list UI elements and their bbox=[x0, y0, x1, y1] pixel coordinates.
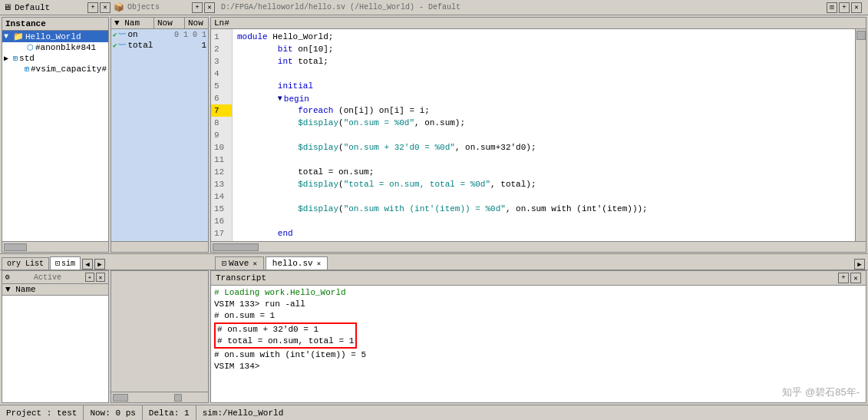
code-line-13: $display("total = on.sum, total = %0d", … bbox=[237, 178, 850, 190]
main-window: 🖥 Default + ✕ 📦 Objects + ✕ D:/FPGA/hell… bbox=[0, 0, 868, 420]
transcript-min[interactable]: + bbox=[838, 273, 849, 283]
left-tab-btn1[interactable]: ◀ bbox=[82, 259, 93, 270]
ln-12: 12 bbox=[211, 166, 232, 178]
col-extra[interactable]: Now bbox=[185, 18, 208, 28]
scroll-thumb[interactable] bbox=[4, 243, 27, 251]
ln-7: 7 bbox=[211, 104, 232, 117]
ln-16: 16 bbox=[211, 215, 232, 227]
mid-scroll-thumb2[interactable] bbox=[174, 394, 182, 402]
ln-10: 10 bbox=[211, 141, 232, 154]
expand-icon: ▼ bbox=[4, 32, 13, 41]
active-controls: + ✕ bbox=[85, 273, 105, 282]
transcript-line-8: VSIM 134> bbox=[214, 361, 863, 372]
code-area[interactable]: module Hello_World; bit on[10]; int tota… bbox=[233, 29, 855, 241]
transcript-content[interactable]: # Loading work.Hello_World VSIM 133> run… bbox=[211, 286, 866, 402]
ed-close-btn[interactable]: ✕ bbox=[851, 2, 862, 13]
ln-4: 4 bbox=[211, 68, 232, 80]
transcript-close[interactable]: ✕ bbox=[850, 273, 861, 283]
scroll-right-btn[interactable]: ▶ bbox=[854, 259, 865, 270]
wave-tab-icon: ⊡ bbox=[222, 259, 226, 268]
objects-content: ✔ 〰 on 0 1 0 1 ✔ 〰 total 1 bbox=[111, 29, 208, 241]
bottom-middle-panel bbox=[111, 270, 209, 403]
obj-scrollbar[interactable] bbox=[111, 241, 208, 252]
active-add[interactable]: + bbox=[85, 273, 94, 282]
active-titlebar: ⚙ Active + ✕ bbox=[2, 271, 108, 284]
tree-item-anonblk[interactable]: ⬡ #anonblk#841 bbox=[2, 42, 108, 53]
bottom-left-panel: ⚙ Active + ✕ ▼ Name bbox=[2, 270, 109, 403]
wave-icon-on: 〰 bbox=[118, 30, 126, 39]
hellosv-close-icon[interactable]: ✕ bbox=[317, 260, 321, 268]
editor-vscroll[interactable] bbox=[855, 29, 866, 241]
col-name[interactable]: ▼ Nam bbox=[111, 18, 154, 28]
instance-tree[interactable]: ▼ 📁 Hello_World ⬡ #anonblk#841 ▶ ⊞ s bbox=[2, 31, 108, 241]
obj-close-btn[interactable]: ✕ bbox=[204, 2, 215, 13]
mid-scroll-thumb[interactable] bbox=[113, 394, 128, 402]
wave-icon-total: 〰 bbox=[118, 41, 126, 50]
code-line-14 bbox=[237, 190, 850, 203]
transcript-panel: Transcript + ✕ # Loading work.Hello_Worl… bbox=[210, 270, 866, 403]
code-line-9 bbox=[237, 129, 850, 141]
ln-6: 6 bbox=[211, 92, 232, 104]
transcript-line-1: # Loading work.Hello_World bbox=[214, 287, 863, 299]
code-line-2: bit on[10]; bbox=[237, 43, 850, 55]
tree-item-helloworld[interactable]: ▼ 📁 Hello_World bbox=[2, 31, 108, 42]
ln-9: 9 bbox=[211, 129, 232, 141]
ln-14: 14 bbox=[211, 190, 232, 203]
tab-hellosv[interactable]: hello.sv ✕ bbox=[266, 256, 328, 270]
transcript-highlight-box: # on.sum + 32'd0 = 1 # total = on.sum, t… bbox=[214, 322, 357, 349]
code-line-17: end bbox=[237, 227, 850, 240]
middle-content bbox=[111, 271, 208, 392]
sim-icon: ⊡ bbox=[55, 259, 60, 268]
tree-label-std: std bbox=[19, 54, 35, 63]
check-icon-on: ✔ bbox=[113, 31, 117, 39]
instance-header: Instance bbox=[2, 18, 108, 31]
status-project: Project : test bbox=[0, 405, 84, 420]
tab-wave[interactable]: ⊡ Wave ✕ bbox=[215, 256, 264, 270]
transcript-line-3: # on.sum = 1 bbox=[214, 310, 863, 322]
col-now[interactable]: Now bbox=[154, 18, 185, 28]
watermark: 知乎 @碧石85年- bbox=[782, 385, 860, 399]
tree-item-vsim[interactable]: ⊞ #vsim_capacity# bbox=[2, 64, 108, 74]
ln-2: 2 bbox=[211, 43, 232, 55]
left-tabs: ory List ⊡ sim ◀ ▶ bbox=[2, 254, 109, 270]
ln-15: 15 bbox=[211, 203, 232, 215]
instance-scrollbar[interactable] bbox=[2, 241, 108, 252]
obj-name-total: total bbox=[127, 41, 198, 50]
expand-marker: ▼ bbox=[278, 93, 282, 105]
ln-8: 8 bbox=[211, 117, 232, 129]
objects-col-header: ▼ Nam Now Now bbox=[111, 18, 208, 29]
code-line-11 bbox=[237, 154, 850, 166]
editor-panel: Ln# 1 2 3 4 5 6 7 8 9 10 bbox=[210, 17, 866, 253]
left-tab-controls: ◀ ▶ bbox=[82, 259, 105, 270]
wave-close-icon[interactable]: ✕ bbox=[252, 260, 256, 268]
left-tab-btn2[interactable]: ▶ bbox=[94, 259, 105, 270]
mid-scroll[interactable] bbox=[111, 392, 208, 402]
active-close[interactable]: ✕ bbox=[96, 273, 105, 282]
scroll-up-btn[interactable] bbox=[856, 31, 866, 40]
ln-17: 17 bbox=[211, 227, 232, 240]
obj-min-btn[interactable]: + bbox=[192, 2, 203, 13]
ln-5: 5 bbox=[211, 80, 232, 92]
ed-restore-btn[interactable]: ⊡ bbox=[827, 2, 837, 13]
ln-1: 1 bbox=[211, 31, 232, 43]
expand-icon3: ▶ bbox=[4, 54, 13, 63]
tree-item-std[interactable]: ▶ ⊞ std bbox=[2, 53, 108, 64]
hscroll-thumb[interactable] bbox=[213, 243, 259, 251]
tab-sim[interactable]: ⊡ sim bbox=[50, 256, 81, 270]
name-col-header: ▼ Name bbox=[2, 284, 108, 296]
tree-label-vsim: #vsim_capacity# bbox=[31, 64, 107, 74]
tab-orylist[interactable]: ory List bbox=[2, 257, 49, 270]
transcript-titlebar: Transcript + ✕ bbox=[211, 271, 866, 286]
editor-hscroll[interactable] bbox=[211, 241, 866, 252]
minimize-btn[interactable]: + bbox=[87, 2, 98, 13]
ed-min-btn[interactable]: + bbox=[839, 2, 850, 13]
line-numbers: 1 2 3 4 5 6 7 8 9 10 11 12 13 14 bbox=[211, 29, 233, 241]
transcript-title: Transcript bbox=[216, 273, 266, 283]
code-line-7: foreach (on[i]) on[i] = i; bbox=[237, 104, 850, 117]
close-btn[interactable]: ✕ bbox=[100, 2, 111, 13]
editor-path: D:/FPGA/helloworld/hello.sv (/Hello_Worl… bbox=[221, 3, 460, 12]
status-bar: Project : test Now: 0 ps Delta: 1 sim:/H… bbox=[0, 405, 868, 420]
code-line-16 bbox=[237, 215, 850, 227]
obj-row-on[interactable]: ✔ 〰 on 0 1 0 1 bbox=[111, 29, 208, 40]
obj-row-total[interactable]: ✔ 〰 total 1 bbox=[111, 40, 208, 51]
